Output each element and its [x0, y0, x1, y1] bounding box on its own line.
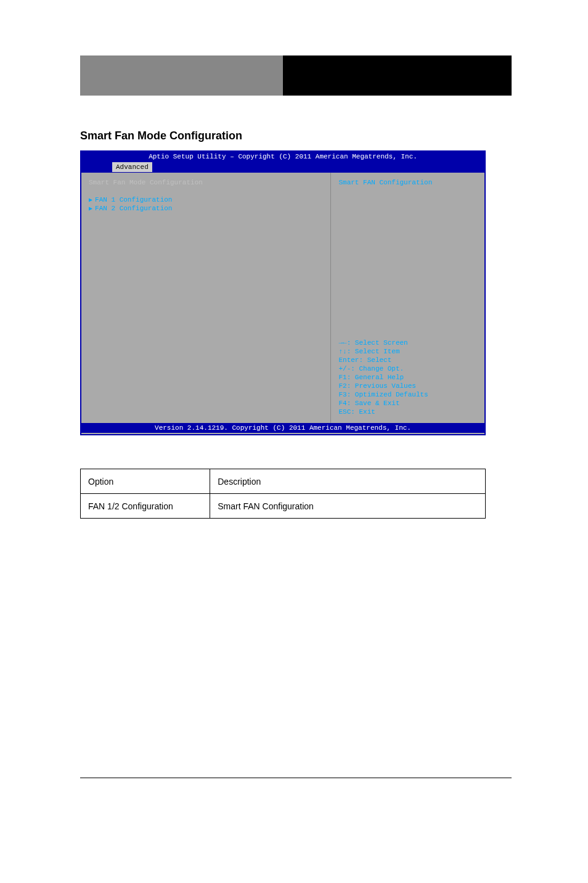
header-right: [283, 55, 512, 96]
table-cell-option: FAN 1/2 Configuration: [81, 494, 210, 519]
bios-menu-label: FAN 1 Configuration: [95, 196, 172, 203]
triangle-right-icon: ▶: [89, 205, 92, 212]
help-line: F4: Save & Exit: [338, 400, 477, 407]
bios-tabs: Advanced: [81, 162, 484, 173]
table-header-description: Description: [210, 469, 486, 494]
bios-help-title: Smart FAN Configuration: [338, 179, 477, 186]
bios-menu-fan2[interactable]: ▶ FAN 2 Configuration: [89, 205, 323, 212]
table-header-row: Option Description: [81, 469, 486, 494]
bios-help-section: →←: Select Screen ↑↓: Select Item Enter:…: [338, 339, 477, 417]
bios-tab-advanced[interactable]: Advanced: [112, 162, 152, 172]
help-line: F3: Optimized Defaults: [338, 391, 477, 398]
help-line: →←: Select Screen: [338, 339, 477, 347]
table-header-option: Option: [81, 469, 210, 494]
help-line: ↑↓: Select Item: [338, 348, 477, 355]
table-row: FAN 1/2 Configuration Smart FAN Configur…: [81, 494, 486, 519]
bios-left-panel: Smart Fan Mode Configuration ▶ FAN 1 Con…: [81, 173, 331, 423]
help-line: F2: Previous Values: [338, 382, 477, 390]
help-line: Enter: Select: [338, 356, 477, 364]
bios-screen: Aptio Setup Utility – Copyright (C) 2011…: [80, 150, 486, 435]
bios-right-panel: Smart FAN Configuration →←: Select Scree…: [331, 173, 484, 423]
page-footer-line: [80, 778, 512, 778]
bios-left-title: Smart Fan Mode Configuration: [89, 179, 323, 186]
triangle-right-icon: ▶: [89, 196, 92, 203]
bios-footer: Version 2.14.1219. Copyright (C) 2011 Am…: [81, 423, 484, 433]
help-line: F1: General Help: [338, 374, 477, 381]
bios-body: Smart Fan Mode Configuration ▶ FAN 1 Con…: [81, 173, 484, 423]
header-bar: [80, 55, 512, 96]
table-cell-description: Smart FAN Configuration: [210, 494, 486, 519]
bios-title: Aptio Setup Utility – Copyright (C) 2011…: [81, 152, 484, 162]
header-left: [80, 55, 283, 96]
section-heading: Smart Fan Mode Configuration: [80, 129, 242, 142]
bios-menu-fan1[interactable]: ▶ FAN 1 Configuration: [89, 196, 323, 203]
help-line: ESC: Exit: [338, 408, 477, 416]
help-line: +/-: Change Opt.: [338, 365, 477, 372]
options-table: Option Description FAN 1/2 Configuration…: [80, 469, 486, 519]
bios-menu-label: FAN 2 Configuration: [95, 205, 172, 212]
